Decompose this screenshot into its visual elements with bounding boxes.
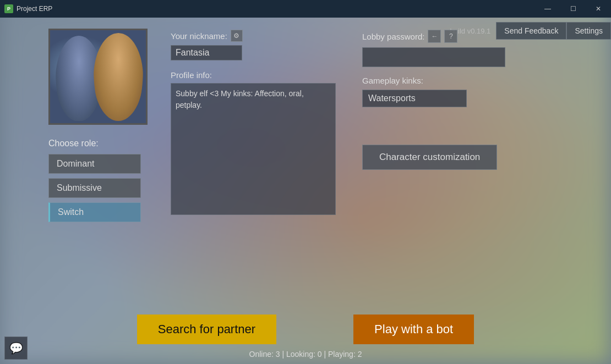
chat-icon[interactable]: 💬 <box>4 337 28 360</box>
lobby-password-row: Lobby password: ← ? <box>362 30 560 43</box>
role-switch-button[interactable]: Switch <box>48 202 141 222</box>
gameplay-kinks-input[interactable] <box>362 90 467 107</box>
app-title: Project ERP <box>17 5 52 13</box>
profile-info-box[interactable]: Subby elf <3 My kinks: Affection, oral, … <box>171 83 336 215</box>
nickname-label-row: Your nickname: ⚙ <box>171 30 341 42</box>
bottom-bar: Search for partner Play with a bot Onlin… <box>0 309 611 364</box>
avatar-image <box>50 30 146 123</box>
avatar-area <box>48 29 148 125</box>
nickname-label: Your nickname: <box>171 31 227 41</box>
character-customization-button[interactable]: Character customization <box>362 145 497 170</box>
chat-icon-glyph: 💬 <box>9 341 23 355</box>
role-submissive-button[interactable]: Submissive <box>48 178 141 198</box>
main-content: build v0.19.1 Send Feedback Settings Cho… <box>0 18 611 364</box>
avatar-character-2 <box>94 33 143 121</box>
nickname-gear-icon[interactable]: ⚙ <box>231 30 243 42</box>
action-buttons: Search for partner Play with a bot <box>137 315 474 344</box>
gameplay-kinks-label: Gameplay kinks: <box>362 76 560 85</box>
avatar-frame <box>48 29 148 125</box>
lobby-back-icon[interactable]: ← <box>428 30 441 43</box>
search-partner-button[interactable]: Search for partner <box>137 315 276 344</box>
play-bot-button[interactable]: Play with a bot <box>353 315 474 344</box>
minimize-button[interactable]: — <box>535 0 560 18</box>
settings-button[interactable]: Settings <box>566 22 611 40</box>
close-button[interactable]: ✕ <box>586 0 611 18</box>
lobby-password-input[interactable] <box>362 47 505 67</box>
status-bar: Online: 3 | Looking: 0 | Playing: 2 <box>249 350 362 359</box>
titlebar: P Project ERP — ☐ ✕ <box>0 0 611 18</box>
center-panel: Your nickname: ⚙ Profile info: Subby elf… <box>171 30 341 215</box>
maximize-button[interactable]: ☐ <box>560 0 586 18</box>
choose-role-label: Choose role: <box>48 139 141 148</box>
lobby-password-label: Lobby password: <box>362 32 424 41</box>
lobby-help-icon[interactable]: ? <box>444 30 457 43</box>
profile-info-text: Subby elf <3 My kinks: Affection, oral, … <box>176 89 304 109</box>
role-area: Choose role: Dominant Submissive Switch <box>48 139 141 227</box>
right-panel: Lobby password: ← ? Gameplay kinks: Char… <box>362 30 560 170</box>
profile-info-label: Profile info: <box>171 70 341 80</box>
nickname-input[interactable] <box>171 45 242 60</box>
role-dominant-button[interactable]: Dominant <box>48 154 141 174</box>
app-icon: P <box>4 4 13 13</box>
window-controls: — ☐ ✕ <box>535 0 611 18</box>
